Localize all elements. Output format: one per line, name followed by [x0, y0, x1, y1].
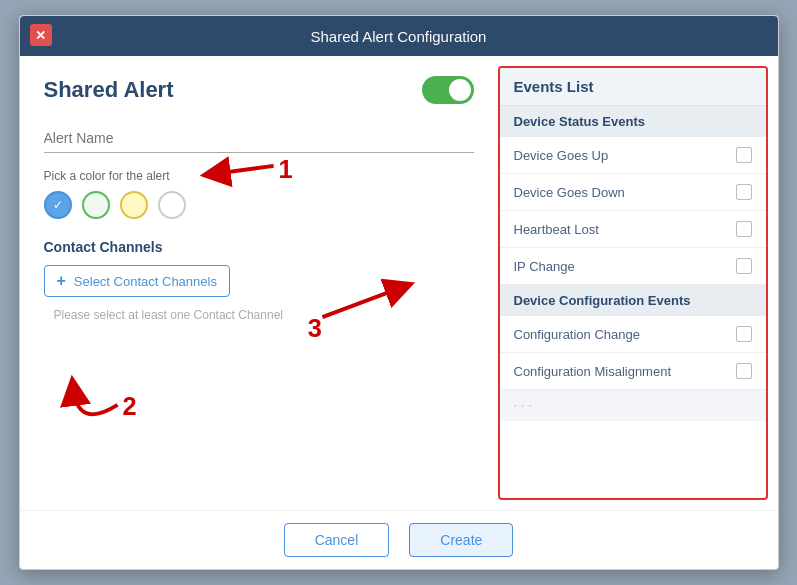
- shared-alert-header: Shared Alert: [44, 76, 474, 104]
- event-label-config-misalignment: Configuration Misalignment: [514, 364, 672, 379]
- device-other-events-header: · · ·: [500, 390, 766, 421]
- event-checkbox-heartbeat-lost[interactable]: [736, 221, 752, 237]
- event-label-device-goes-up: Device Goes Up: [514, 148, 609, 163]
- event-label-device-goes-down: Device Goes Down: [514, 185, 625, 200]
- add-channel-label: Select Contact Channels: [74, 274, 217, 289]
- device-config-events-header: Device Configuration Events: [500, 285, 766, 316]
- modal-body: Shared Alert Pick a color for the alert …: [20, 56, 778, 510]
- channel-hint: Please select at least one Contact Chann…: [54, 307, 474, 324]
- event-checkbox-ip-change[interactable]: [736, 258, 752, 274]
- shared-alert-title: Shared Alert: [44, 77, 174, 103]
- modal-title: Shared Alert Configuration: [311, 28, 487, 45]
- toggle-slider: [422, 76, 474, 104]
- events-list-header: Events List: [500, 68, 766, 106]
- event-item-device-goes-up: Device Goes Up: [500, 137, 766, 174]
- event-label-ip-change: IP Change: [514, 259, 575, 274]
- event-item-device-goes-down: Device Goes Down: [500, 174, 766, 211]
- event-item-heartbeat-lost: Heartbeat Lost: [500, 211, 766, 248]
- modal-header: ✕ Shared Alert Configuration: [20, 16, 778, 56]
- color-white[interactable]: [158, 191, 186, 219]
- color-blue[interactable]: ✓: [44, 191, 72, 219]
- cancel-button[interactable]: Cancel: [284, 523, 390, 557]
- event-item-config-misalignment: Configuration Misalignment: [500, 353, 766, 390]
- event-label-config-change: Configuration Change: [514, 327, 640, 342]
- color-green[interactable]: [82, 191, 110, 219]
- event-checkbox-device-goes-down[interactable]: [736, 184, 752, 200]
- event-checkbox-config-misalignment[interactable]: [736, 363, 752, 379]
- modal-footer: Cancel Create: [20, 510, 778, 569]
- add-channel-button[interactable]: + Select Contact Channels: [44, 265, 230, 297]
- toggle-switch[interactable]: [422, 76, 474, 104]
- left-panel: Shared Alert Pick a color for the alert …: [20, 56, 498, 510]
- modal-overlay: ✕ Shared Alert Configuration Shared Aler…: [0, 0, 797, 585]
- event-label-heartbeat-lost: Heartbeat Lost: [514, 222, 599, 237]
- event-item-ip-change: IP Change: [500, 248, 766, 285]
- create-button[interactable]: Create: [409, 523, 513, 557]
- checkmark-icon: ✓: [53, 198, 63, 212]
- event-item-config-change: Configuration Change: [500, 316, 766, 353]
- close-button[interactable]: ✕: [30, 24, 52, 46]
- svg-text:2: 2: [122, 392, 136, 420]
- right-panel: Events List Device Status Events Device …: [498, 66, 768, 500]
- device-status-events-header: Device Status Events: [500, 106, 766, 137]
- event-checkbox-config-change[interactable]: [736, 326, 752, 342]
- color-yellow[interactable]: [120, 191, 148, 219]
- contact-channels-title: Contact Channels: [44, 239, 474, 255]
- color-options: ✓: [44, 191, 474, 219]
- alert-name-input[interactable]: [44, 124, 474, 153]
- color-label: Pick a color for the alert: [44, 169, 474, 183]
- plus-icon: +: [57, 272, 66, 290]
- event-checkbox-device-goes-up[interactable]: [736, 147, 752, 163]
- modal-container: ✕ Shared Alert Configuration Shared Aler…: [19, 15, 779, 570]
